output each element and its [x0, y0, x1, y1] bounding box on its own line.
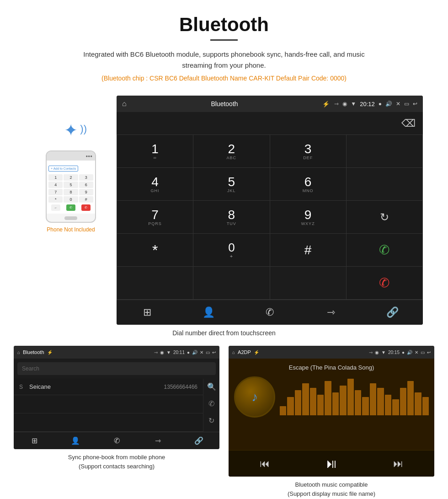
- sync-action-icon[interactable]: ↻: [208, 416, 214, 425]
- call-action-icon[interactable]: ✆: [208, 399, 214, 408]
- page-title: Bluetooth: [9, 14, 439, 36]
- phonebook-nav-link[interactable]: 🔗: [178, 435, 219, 447]
- dial-key-6[interactable]: 6 MNO: [270, 168, 347, 201]
- window-icon: ▭: [404, 101, 409, 107]
- music-prev-icon[interactable]: ⏮: [260, 458, 270, 470]
- phone-key-hash[interactable]: #: [79, 196, 93, 203]
- music-loc-icon: ◉: [375, 350, 379, 355]
- music-close-icon[interactable]: ✕: [415, 350, 418, 355]
- dial-key-redial[interactable]: ↻: [347, 201, 423, 234]
- music-play-pause-icon[interactable]: ⏯: [325, 456, 338, 471]
- phone-key-4[interactable]: 4: [48, 182, 63, 188]
- visualizer-bar: [347, 379, 354, 415]
- backspace-button[interactable]: ⌫: [401, 118, 416, 129]
- phone-home-button[interactable]: [64, 216, 77, 220]
- dial-key-9[interactable]: 9 WXYZ: [270, 201, 347, 234]
- phonebook-vol-icon: 🔊: [192, 350, 197, 355]
- bluetooth-icon-wrap: ✦ )): [55, 118, 87, 146]
- contact-item[interactable]: S Seicane 13566664466: [14, 379, 203, 395]
- phonebook-nav-phone[interactable]: ✆: [96, 435, 137, 447]
- music-album-art: ♪: [234, 376, 275, 418]
- dial-key-3[interactable]: 3 DEF: [270, 135, 347, 168]
- dial-key-star-num: *: [152, 243, 158, 258]
- dial-key-0[interactable]: 0 +: [193, 234, 270, 267]
- search-action-icon[interactable]: 🔍: [207, 382, 216, 391]
- dial-key-8-num: 8: [228, 209, 235, 221]
- phonebook-nav-bt[interactable]: ⇾: [137, 435, 178, 447]
- music-home-icon[interactable]: ⌂: [232, 350, 235, 355]
- dial-key-8[interactable]: 8 TUV: [193, 201, 270, 234]
- nav-btn-bluetooth[interactable]: ⇾: [300, 304, 362, 321]
- visualizer-bar: [392, 399, 399, 415]
- phonebook-bt-icon: ⇾: [154, 350, 158, 355]
- visualizer-bar: [340, 386, 346, 415]
- phonebook-back-icon[interactable]: ↩: [212, 350, 216, 355]
- phone-not-included-label: Phone Not Included: [47, 226, 95, 233]
- dial-key-4[interactable]: 4 GHI: [117, 168, 193, 201]
- phone-btn-back[interactable]: ←: [51, 204, 60, 211]
- bottom-nav: ⊞ 👤 ✆ ⇾ 🔗: [117, 300, 423, 325]
- phonebook-cam-icon: ●: [187, 350, 190, 355]
- dial-key-1-num: 1: [151, 143, 159, 156]
- dial-key-call-red[interactable]: ✆: [347, 267, 423, 300]
- phonebook-time: 20:11: [173, 350, 185, 355]
- visualizer-bar: [310, 388, 316, 415]
- dial-key-2[interactable]: 2 ABC: [193, 135, 270, 168]
- back-icon[interactable]: ↩: [413, 101, 417, 107]
- visualizer-bar: [295, 390, 301, 415]
- search-box[interactable]: Search: [17, 362, 216, 375]
- phonebook-nav-grid[interactable]: ⊞: [14, 435, 55, 447]
- dial-key-7[interactable]: 7 PQRS: [117, 201, 193, 234]
- dial-key-1[interactable]: 1 ∞: [117, 135, 193, 168]
- music-back-icon[interactable]: ↩: [427, 350, 431, 355]
- dial-key-call-green[interactable]: ✆: [347, 234, 423, 267]
- contact-item-empty: [14, 395, 203, 413]
- dial-key-star[interactable]: *: [117, 234, 193, 267]
- visualizer-bar: [407, 381, 414, 415]
- phone-key-2[interactable]: 2: [64, 174, 78, 181]
- phone-top-bar: ●●●: [47, 151, 95, 161]
- location-icon: ◉: [342, 101, 347, 107]
- phone-key-0[interactable]: 0: [64, 196, 78, 203]
- dial-key-5[interactable]: 5 JKL: [193, 168, 270, 201]
- phone-key-6[interactable]: 6: [79, 182, 93, 188]
- contact-name: Seicane: [29, 383, 164, 390]
- dial-screen: ⌂ Bluetooth ⚡ ⇾ ◉ ▼ 20:12 ● 🔊 ✕ ▭ ↩ ⌫ 1: [117, 96, 423, 325]
- side-actions: 🔍 ✆ ↻: [203, 379, 219, 432]
- volume-icon: 🔊: [385, 101, 392, 107]
- phone-key-5[interactable]: 5: [64, 182, 78, 188]
- close-icon[interactable]: ✕: [396, 101, 400, 107]
- nav-btn-contacts[interactable]: 👤: [178, 304, 239, 321]
- dial-key-7-num: 7: [151, 209, 159, 221]
- search-placeholder: Search: [22, 365, 39, 372]
- phonebook-title: Bluetooth: [23, 349, 44, 355]
- phone-key-7[interactable]: 7: [48, 189, 63, 195]
- visualizer-bar: [332, 392, 339, 415]
- nav-btn-link[interactable]: 🔗: [362, 304, 423, 321]
- phone-key-1[interactable]: 1: [48, 174, 63, 181]
- phone-key-3[interactable]: 3: [79, 174, 93, 181]
- dial-caption: Dial number direct from touchscreen: [0, 329, 448, 337]
- phone-device: ●●● + Add to Contacts 1 2 3 4 5 6 7 8 9 …: [46, 150, 96, 223]
- phonebook-close-icon[interactable]: ✕: [200, 350, 203, 355]
- phonebook-nav-contacts[interactable]: 👤: [55, 435, 96, 447]
- music-vol-icon: 🔊: [407, 350, 412, 355]
- phonebook-home-icon[interactable]: ⌂: [17, 350, 20, 355]
- dial-key-3-num: 3: [304, 143, 312, 156]
- home-icon[interactable]: ⌂: [122, 100, 127, 108]
- phone-key-9[interactable]: 9: [79, 189, 93, 195]
- visualizer-bar: [355, 390, 361, 415]
- music-next-icon[interactable]: ⏭: [393, 458, 403, 470]
- phone-btn-call[interactable]: ✆: [66, 204, 75, 211]
- phone-key-8[interactable]: 8: [64, 189, 78, 195]
- music-time: 20:15: [388, 350, 400, 355]
- dial-key-hash[interactable]: #: [270, 234, 347, 267]
- music-screen-wrap: ⌂ A2DP ⚡ ⇾ ◉ ▼ 20:15 ● 🔊 ✕ ▭ ↩ Escape (T…: [229, 346, 434, 498]
- phone-key-star[interactable]: *: [48, 196, 63, 203]
- visualizer-bar: [400, 388, 406, 415]
- nav-btn-phone[interactable]: ✆: [239, 304, 300, 321]
- phone-keypad: 1 2 3 4 5 6 7 8 9 * 0 #: [48, 174, 93, 203]
- nav-btn-grid[interactable]: ⊞: [117, 304, 178, 321]
- phone-add-contact[interactable]: + Add to Contacts: [48, 166, 78, 172]
- phone-btn-end[interactable]: ✆: [81, 204, 91, 211]
